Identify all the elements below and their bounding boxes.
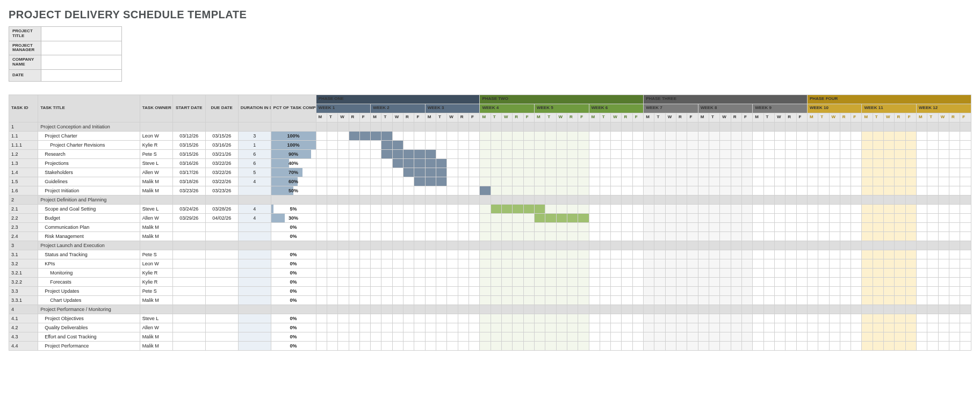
gantt-cell[interactable] [731,341,741,350]
gantt-cell[interactable] [327,195,337,204]
gantt-cell[interactable] [905,140,916,149]
gantt-cell[interactable] [567,222,578,231]
gantt-cell[interactable] [829,195,840,204]
gantt-cell[interactable] [884,259,895,268]
gantt-cell[interactable] [632,204,643,213]
cell-due-date[interactable]: 03/22/26 [205,158,238,168]
gantt-cell[interactable] [709,177,720,186]
gantt-cell[interactable] [676,341,687,350]
gantt-cell[interactable] [763,131,774,140]
gantt-cell[interactable] [327,341,337,350]
gantt-cell[interactable] [753,186,763,195]
gantt-cell[interactable] [371,149,381,158]
gantt-cell[interactable] [644,277,654,286]
gantt-cell[interactable] [774,286,785,295]
gantt-cell[interactable] [414,259,425,268]
gantt-cell[interactable] [818,140,829,149]
gantt-cell[interactable] [786,314,796,323]
gantt-cell[interactable] [884,149,895,158]
cell-task-owner[interactable]: Malik M [140,222,172,231]
gantt-cell[interactable] [611,122,622,131]
gantt-cell[interactable] [327,122,337,131]
gantt-cell[interactable] [403,204,414,213]
gantt-cell[interactable] [862,213,873,222]
gantt-cell[interactable] [436,149,447,158]
gantt-cell[interactable] [818,177,829,186]
gantt-cell[interactable] [654,213,665,222]
cell-start-date[interactable]: 03/15/26 [172,149,205,158]
cell-task-owner[interactable]: Steve L [140,204,172,213]
cell-duration[interactable]: 6 [238,158,271,168]
gantt-cell[interactable] [665,168,676,177]
gantt-cell[interactable] [960,158,971,168]
gantt-cell[interactable] [600,314,610,323]
cell-task-owner[interactable]: Leon W [140,131,172,140]
gantt-cell[interactable] [622,250,632,259]
cell-due-date[interactable]: 03/15/26 [205,131,238,140]
gantt-cell[interactable] [425,286,436,295]
gantt-cell[interactable] [687,186,698,195]
gantt-cell[interactable] [589,241,600,250]
gantt-cell[interactable] [316,277,327,286]
gantt-cell[interactable] [523,295,534,305]
gantt-cell[interactable] [774,250,785,259]
gantt-cell[interactable] [589,314,600,323]
gantt-cell[interactable] [927,186,938,195]
gantt-cell[interactable] [786,131,796,140]
gantt-cell[interactable] [414,186,425,195]
gantt-cell[interactable] [425,332,436,341]
gantt-cell[interactable] [862,314,873,323]
gantt-cell[interactable] [698,277,709,286]
gantt-cell[interactable] [578,149,589,158]
gantt-cell[interactable] [763,231,774,241]
gantt-cell[interactable] [556,177,567,186]
gantt-cell[interactable] [414,140,425,149]
gantt-cell[interactable] [567,213,578,222]
gantt-cell[interactable] [698,241,709,250]
gantt-cell[interactable] [349,168,359,177]
gantt-cell[interactable] [359,295,370,305]
gantt-cell[interactable] [480,295,491,305]
gantt-cell[interactable] [381,231,392,241]
gantt-cell[interactable] [589,268,600,277]
gantt-cell[interactable] [611,277,622,286]
gantt-cell[interactable] [840,286,851,295]
gantt-cell[interactable] [840,277,851,286]
gantt-cell[interactable] [556,204,567,213]
gantt-cell[interactable] [480,195,491,204]
gantt-cell[interactable] [851,250,862,259]
gantt-cell[interactable] [938,241,949,250]
gantt-cell[interactable] [403,305,414,314]
gantt-cell[interactable] [371,286,381,295]
gantt-cell[interactable] [644,222,654,231]
gantt-cell[interactable] [578,250,589,259]
gantt-cell[interactable] [731,140,741,149]
gantt-cell[interactable] [447,250,458,259]
gantt-cell[interactable] [545,277,556,286]
cell-duration[interactable] [238,295,271,305]
gantt-cell[interactable] [960,149,971,158]
gantt-cell[interactable] [829,323,840,332]
gantt-cell[interactable] [381,250,392,259]
gantt-cell[interactable] [644,323,654,332]
gantt-cell[interactable] [807,323,818,332]
gantt-cell[interactable] [622,131,632,140]
gantt-cell[interactable] [403,140,414,149]
gantt-cell[interactable] [491,305,501,314]
gantt-cell[interactable] [567,314,578,323]
gantt-cell[interactable] [316,314,327,323]
gantt-cell[interactable] [316,140,327,149]
gantt-cell[interactable] [698,131,709,140]
gantt-cell[interactable] [731,231,741,241]
gantt-cell[interactable] [359,241,370,250]
gantt-cell[interactable] [567,305,578,314]
gantt-cell[interactable] [545,250,556,259]
gantt-cell[interactable] [644,286,654,295]
gantt-cell[interactable] [807,259,818,268]
gantt-cell[interactable] [502,231,513,241]
meta-value-project-manager[interactable] [41,41,122,55]
gantt-cell[interactable] [600,122,610,131]
gantt-cell[interactable] [654,305,665,314]
cell-task-title[interactable]: Projections [38,158,140,168]
cell-start-date[interactable]: 03/29/26 [172,213,205,222]
